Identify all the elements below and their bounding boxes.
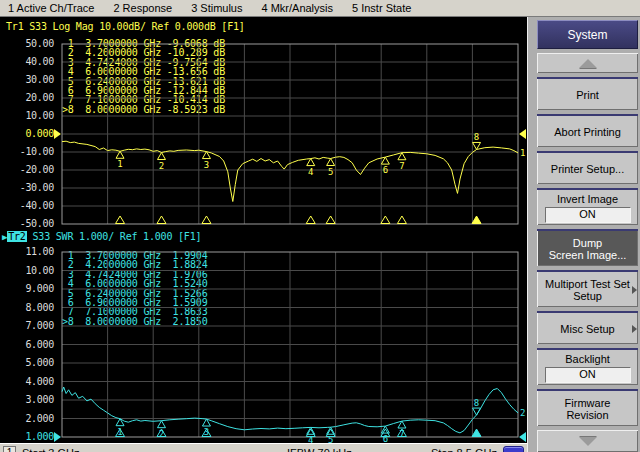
- start-frequency-readout: Start 3 GHz: [22, 447, 79, 452]
- y-tick-label: 10.00: [6, 266, 54, 276]
- softkey-dump-screen-image[interactable]: Dump Screen Image...: [537, 229, 638, 266]
- trace-end-label: 1: [520, 148, 525, 158]
- marker-number: 8: [474, 132, 479, 142]
- softkey-menu-title: System: [537, 20, 638, 49]
- down-triangle-icon: [579, 437, 597, 446]
- y-tick-label: 10.00: [6, 111, 54, 121]
- trace2-plot: 123456782: [54, 250, 528, 445]
- softkey-label: Printer Setup...: [551, 163, 624, 175]
- menu-item-5-instr-state[interactable]: 5 Instr State: [352, 2, 411, 14]
- menu-item-3-stimulus[interactable]: 3 Stimulus: [191, 2, 242, 14]
- softkey-label: Invert Image: [557, 193, 618, 205]
- marker-stimulus-indicator: [397, 216, 406, 224]
- softkey-label: Dump Screen Image...: [549, 237, 627, 261]
- marker-number: 3: [204, 160, 209, 170]
- trace1-header[interactable]: Tr1 S33 Log Mag 10.00dB/ Ref 0.000dB [F1…: [6, 21, 245, 32]
- ref-level-arrow-left: [54, 432, 61, 442]
- softkey-label: Firmware Revision: [565, 397, 611, 421]
- softkey-backlight[interactable]: BacklightON: [537, 348, 638, 385]
- marker-symbol: [327, 159, 335, 166]
- y-tick-label: 7.000: [6, 321, 54, 331]
- marker-stimulus-indicator: [381, 216, 390, 224]
- ifbw-readout: IFBW 70 kHz: [287, 447, 352, 452]
- softkey-printer-setup[interactable]: Printer Setup...: [537, 151, 638, 184]
- softkey-label: Print: [576, 89, 599, 101]
- status-indicator-badge: [503, 446, 524, 452]
- softkey-label: Backlight: [565, 353, 610, 365]
- y-tick-label: -30.00: [6, 183, 54, 193]
- softkey-scroll-down-button[interactable]: [537, 430, 638, 452]
- trace2-header[interactable]: ▶Tr2 S33 SWR 1.000/ Ref 1.000 [F1]: [2, 231, 201, 242]
- y-tick-label: 20.00: [6, 93, 54, 103]
- trace2-format-readout: S33 SWR 1.000/ Ref 1.000 [F1]: [27, 231, 202, 242]
- trace1-format-readout: S33 Log Mag 10.00dB/ Ref 0.000dB [F1]: [23, 21, 244, 32]
- y-tick-label: -20.00: [6, 165, 54, 175]
- softkey-state-value: ON: [545, 367, 631, 383]
- up-triangle-icon: [579, 59, 597, 68]
- menu-item-4-mkr-analysis[interactable]: 4 Mkr/Analysis: [261, 2, 333, 14]
- marker-stimulus-indicator: [326, 216, 335, 224]
- marker-symbol: [307, 159, 315, 166]
- softkey-label: Misc Setup: [560, 323, 614, 335]
- y-tick-label: 6.000: [6, 340, 54, 350]
- y-tick-label: 11.00: [6, 247, 54, 257]
- marker-number: 7: [399, 161, 404, 171]
- marker-number: 4: [308, 167, 313, 177]
- y-tick-label: 4.000: [6, 377, 54, 387]
- submenu-arrow-icon: [632, 325, 637, 333]
- marker-symbol: [157, 421, 165, 428]
- softkey-scroll-up-button[interactable]: [537, 53, 638, 73]
- analyzer-screen: Tr1 S33 Log Mag 10.00dB/ Ref 0.000dB [F1…: [0, 17, 527, 452]
- y-tick-label: 5.000: [6, 358, 54, 368]
- menu-item-1-active-ch-trace[interactable]: 1 Active Ch/Trace: [8, 2, 94, 14]
- softkey-multiport-test-set-setup[interactable]: Multiport Test Set Setup: [537, 270, 638, 307]
- menu-bar: 1 Active Ch/Trace2 Response3 Stimulus4 M…: [0, 0, 640, 17]
- trace1-tag: Tr1: [6, 21, 23, 32]
- ref-level-arrow-right: [519, 129, 526, 139]
- marker-number: 8: [474, 398, 479, 408]
- softkey-print[interactable]: Print: [537, 77, 638, 110]
- softkey-firmware-revision[interactable]: Firmware Revision: [537, 389, 638, 426]
- marker-number: 1: [117, 159, 122, 169]
- marker-number: 5: [328, 167, 333, 177]
- marker-symbol: [116, 419, 124, 426]
- y-tick-label: 40.00: [6, 57, 54, 67]
- marker-symbol: [157, 153, 165, 160]
- marker-stimulus-indicator: [472, 429, 481, 437]
- ref-level-arrow-left: [54, 129, 61, 139]
- softkey-state-value: ON: [545, 207, 631, 223]
- y-tick-label: 30.00: [6, 75, 54, 85]
- trace-end-label: 2: [520, 408, 525, 418]
- channel-number-badge: 1: [3, 446, 16, 452]
- y-tick-label: 3.000: [6, 395, 54, 405]
- status-bar: 1 Start 3 GHz IFBW 70 kHz Stop 8.5 GHz: [0, 443, 527, 452]
- marker-stimulus-indicator: [157, 216, 166, 224]
- y-tick-label: -40.00: [6, 201, 54, 211]
- softkey-invert-image[interactable]: Invert ImageON: [537, 188, 638, 225]
- y-tick-label: -50.00: [6, 219, 54, 229]
- trace1-plot: 123456781: [54, 42, 528, 232]
- marker-number: 6: [383, 165, 388, 175]
- softkey-misc-setup[interactable]: Misc Setup: [537, 311, 638, 344]
- stop-frequency-readout: Stop 8.5 GHz: [431, 447, 497, 452]
- menu-item-2-response[interactable]: 2 Response: [113, 2, 172, 14]
- trace2-tag: Tr2: [7, 231, 26, 242]
- y-tick-label: 2.000: [6, 414, 54, 424]
- marker-number: 2: [159, 161, 164, 171]
- marker-number: 7: [399, 429, 404, 439]
- marker-stimulus-indicator: [202, 216, 211, 224]
- marker-number: 2: [159, 429, 164, 439]
- y-tick-label: 50.00: [6, 39, 54, 49]
- y-tick-label: -10.00: [6, 147, 54, 157]
- marker-stimulus-indicator: [306, 216, 315, 224]
- ref-level-arrow-right: [519, 432, 526, 442]
- y-tick-label: 8.000: [6, 303, 54, 313]
- y-tick-label: 9.000: [6, 284, 54, 294]
- softkey-label: Multiport Test Set Setup: [545, 278, 630, 302]
- softkey-abort-printing[interactable]: Abort Printing: [537, 114, 638, 147]
- marker-stimulus-indicator: [472, 216, 481, 224]
- marker-stimulus-indicator: [116, 216, 125, 224]
- softkey-panel: System PrintAbort PrintingPrinter Setup.…: [527, 17, 640, 452]
- y-tick-label: 1.000: [6, 432, 54, 442]
- submenu-arrow-icon: [632, 286, 637, 294]
